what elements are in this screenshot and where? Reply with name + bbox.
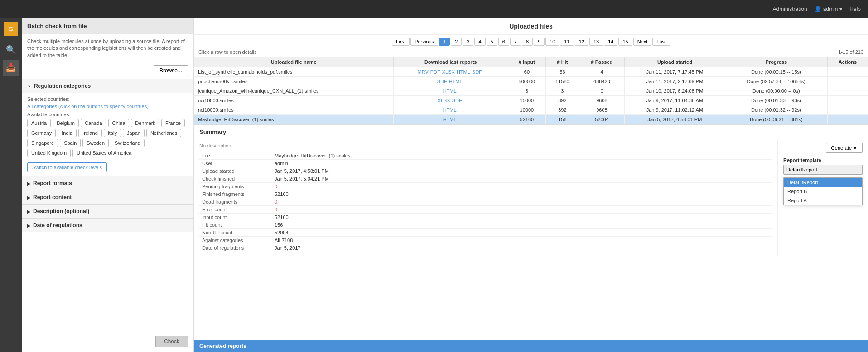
col-passed: # Passed: [579, 57, 624, 67]
table-row[interactable]: Maybridge_HitDiscover_(1).smilesHTML5216…: [194, 115, 868, 124]
administration-link[interactable]: Administration: [773, 6, 807, 12]
country-tag[interactable]: Ireland: [78, 129, 102, 137]
pagination-page-12[interactable]: 12: [575, 38, 588, 46]
pagination-page-13[interactable]: 13: [589, 38, 603, 46]
cell-upload-started: Jan 9, 2017, 11:02:12 AM: [625, 105, 725, 115]
pagination-next[interactable]: Next: [633, 38, 652, 46]
country-tag[interactable]: China: [108, 119, 130, 127]
country-tag[interactable]: United States of America: [72, 149, 135, 157]
report-link-sdf[interactable]: SDF: [452, 98, 462, 103]
table-row[interactable]: pubchem500k_.smilesSDFHTML50000011580488…: [194, 77, 868, 86]
report-panel: Generate ▼ Report template DefaultReport…: [777, 139, 868, 256]
country-tag[interactable]: Italy: [104, 129, 121, 137]
help-link[interactable]: Help: [849, 6, 861, 12]
report-template-select[interactable]: DefaultReport Report B Report A: [783, 165, 863, 175]
pagination-page-11[interactable]: 11: [560, 38, 574, 46]
table-row[interactable]: jcunique_Amazon_with-jcunique_CXN_ALL_(1…: [194, 86, 868, 96]
dropdown-option-default[interactable]: DefaultReport: [784, 178, 862, 187]
pagination-page-9[interactable]: 9: [534, 38, 545, 46]
report-link-sdf[interactable]: SDF: [472, 69, 482, 75]
report-link-pdf[interactable]: PDF: [430, 69, 440, 75]
country-tag[interactable]: Sweden: [82, 139, 109, 147]
pagination-page-6[interactable]: 6: [498, 38, 509, 46]
country-tag[interactable]: France: [161, 119, 185, 127]
pagination-page-14[interactable]: 14: [604, 38, 617, 46]
detail-value: 52160: [272, 214, 772, 221]
pagination-first[interactable]: First: [392, 38, 410, 46]
report-link-html[interactable]: HTML: [443, 107, 457, 113]
dropdown-option-a[interactable]: Report A: [784, 196, 862, 205]
report-link-html[interactable]: HTML: [457, 69, 470, 75]
country-tag[interactable]: Belgium: [53, 119, 79, 127]
table-row[interactable]: nci10000.smilesXLSXSDF100003929608Jan 9,…: [194, 96, 868, 105]
regulation-categories-body: Selected countries: All categories (clic…: [22, 93, 193, 176]
country-tag[interactable]: Spain: [60, 139, 81, 147]
detail-label: Check finished: [199, 175, 272, 183]
cell-progress: Done (02:57:34 -- 10654s): [725, 77, 827, 86]
report-content-section: Report content: [22, 190, 193, 204]
batch-check-icon[interactable]: 📥: [3, 60, 19, 76]
pagination-page-4[interactable]: 4: [474, 38, 485, 46]
report-link-xlsx[interactable]: XLSX: [442, 69, 455, 75]
generate-button[interactable]: Generate ▼: [826, 143, 863, 153]
cell-actions: [828, 67, 868, 77]
date-regulations-header[interactable]: Date of regulations: [22, 219, 193, 232]
check-button[interactable]: Check: [155, 336, 188, 347]
date-regulations-label: Date of regulations: [33, 222, 82, 228]
switch-check-levels-button[interactable]: Switch to available check levels: [27, 162, 107, 172]
detail-row: Date of regulationsJan 5, 2017: [199, 244, 772, 252]
table-row[interactable]: List_of_synthetic_cannabinoids_pdf.smile…: [194, 67, 868, 77]
user-label: admin: [823, 6, 838, 12]
country-tag[interactable]: Denmark: [131, 119, 159, 127]
report-link-html[interactable]: HTML: [449, 79, 463, 84]
report-content-header[interactable]: Report content: [22, 190, 193, 204]
report-link-mrv[interactable]: MRV: [418, 69, 429, 75]
pagination-page-5[interactable]: 5: [487, 38, 497, 46]
pagination-page-1[interactable]: 1: [439, 38, 450, 46]
country-tag[interactable]: United Kingdom: [27, 149, 71, 157]
no-description: No description: [199, 143, 772, 148]
app-logo: S: [4, 22, 18, 36]
country-tag[interactable]: India: [58, 129, 77, 137]
report-link-xlsx[interactable]: XLSX: [438, 98, 450, 103]
pagination-page-7[interactable]: 7: [510, 38, 521, 46]
user-menu[interactable]: 👤 admin ▾: [815, 6, 843, 12]
report-formats-header[interactable]: Report formats: [22, 176, 193, 190]
pagination-page-8[interactable]: 8: [522, 38, 533, 46]
cell-reports: HTML: [393, 86, 508, 96]
search-icon[interactable]: 🔍: [3, 42, 19, 58]
cell-filename: nci10000.smiles: [194, 96, 394, 105]
regulation-categories-header[interactable]: Regulation categories: [22, 79, 193, 93]
cell-hit: 156: [546, 115, 579, 124]
country-tag[interactable]: Japan: [123, 129, 145, 137]
pagination-page-10[interactable]: 10: [545, 38, 559, 46]
pagination-page-3[interactable]: 3: [463, 38, 473, 46]
cell-progress: Done (00:00:00 -- 0s): [725, 86, 827, 96]
country-tag[interactable]: Germany: [27, 129, 56, 137]
country-tag[interactable]: Netherlands: [146, 129, 181, 137]
description-section: Description (optional): [22, 204, 193, 218]
country-tag[interactable]: Switzerland: [111, 139, 145, 147]
icon-sidebar: S 🔍 📥: [0, 18, 22, 352]
pagination-page-15[interactable]: 15: [618, 38, 632, 46]
cell-passed: 9608: [579, 96, 624, 105]
detail-value: 156: [272, 221, 772, 229]
col-progress: Progress: [725, 57, 827, 67]
pagination-page-2[interactable]: 2: [451, 38, 462, 46]
description-header[interactable]: Description (optional): [22, 205, 193, 218]
summary-body: No description FileMaybridge_HitDiscover…: [194, 139, 868, 256]
report-link-html[interactable]: HTML: [443, 117, 457, 122]
country-tag[interactable]: Singapore: [27, 139, 58, 147]
report-link-html[interactable]: HTML: [443, 88, 457, 94]
dropdown-option-b[interactable]: Report B: [784, 187, 862, 196]
cell-filename: List_of_synthetic_cannabinoids_pdf.smile…: [194, 67, 394, 77]
country-tag[interactable]: Austria: [27, 119, 51, 127]
report-link-sdf[interactable]: SDF: [437, 79, 447, 84]
report-formats-chevron-icon: [27, 180, 30, 186]
browse-button[interactable]: Browse...: [154, 65, 188, 76]
country-tag[interactable]: Canada: [81, 119, 106, 127]
pagination-last[interactable]: Last: [652, 38, 670, 46]
pagination-prev[interactable]: Previous: [410, 38, 438, 46]
table-row[interactable]: nci10000.smilesHTML100003929608Jan 9, 20…: [194, 105, 868, 115]
detail-value: 0: [272, 206, 772, 214]
